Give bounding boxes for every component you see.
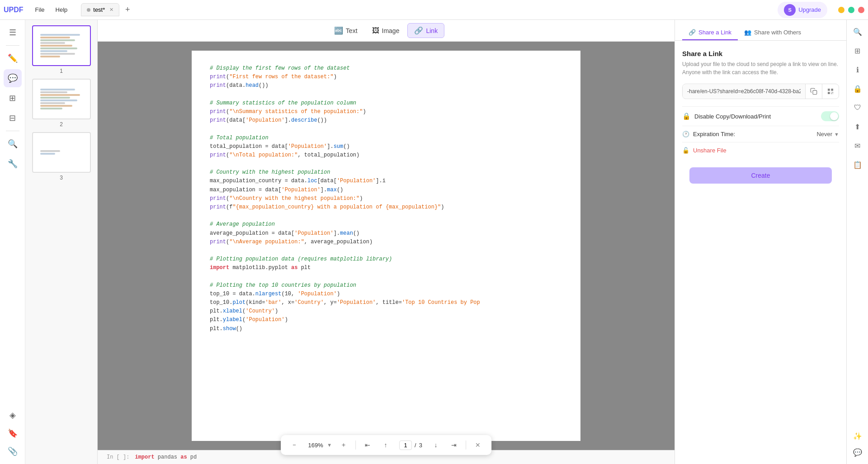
next-page-button[interactable]: ↓ [429, 439, 442, 451]
code-line-8 [210, 125, 562, 133]
zoom-in-button[interactable]: ＋ [337, 439, 350, 451]
sidebar-icon-edit[interactable]: ✏️ [4, 49, 22, 67]
zoom-out-button[interactable]: － [288, 439, 301, 451]
tab-close-button[interactable]: ✕ [109, 7, 113, 13]
image-toolbar-icon: 🖼 [372, 27, 379, 35]
copy-link-button[interactable] [805, 84, 822, 99]
link-toolbar-icon: 🔗 [414, 26, 423, 35]
share-link-icon: 🔗 [689, 29, 696, 36]
new-tab-button[interactable]: + [121, 4, 134, 16]
disable-copy-label: 🔒 Disable Copy/Download/Print [682, 112, 771, 120]
sidebar-icon-tools[interactable]: 🔧 [4, 155, 22, 173]
code-line-10: total_population = data['Population'].su… [210, 142, 562, 151]
rs-mail-icon[interactable]: ✉ [849, 137, 866, 154]
sidebar-icon-bookmark[interactable]: 🔖 [4, 424, 22, 442]
sidebar-icon-attach[interactable]: 📎 [4, 442, 22, 460]
tab-label: test* [93, 6, 105, 13]
chevron-down-icon: ▼ [834, 132, 839, 137]
code-line-14: max_population_country = data.loc[data['… [210, 177, 562, 185]
sidebar-icon-ocr[interactable]: 🔍 [4, 135, 22, 153]
top-toolbar: 🔤 Text 🖼 Image 🔗 Link [98, 20, 675, 42]
rs-info-icon[interactable]: ℹ [849, 62, 866, 78]
sidebar-icon-pages[interactable]: ☰ [4, 24, 22, 42]
lock-icon: 🔒 [682, 112, 691, 120]
unshare-row: 🔓 Unshare File [682, 142, 839, 158]
expiration-dropdown[interactable]: Never ▼ [816, 131, 839, 137]
rs-magic-icon[interactable]: ✨ [849, 428, 866, 444]
text-toolbar-icon: 🔤 [334, 26, 343, 35]
zoom-value: 169% [306, 442, 325, 449]
expiration-label: 🕐 Expiration Time: [682, 131, 735, 137]
tab-test[interactable]: test* ✕ [81, 3, 119, 16]
minimize-button[interactable] [838, 7, 844, 13]
maximize-button[interactable] [848, 7, 854, 13]
page-separator: / [415, 442, 416, 449]
expiration-value: Never [816, 131, 832, 137]
qr-code-button[interactable] [822, 84, 839, 99]
code-line-7: print(data['Population'].describe()) [210, 116, 562, 125]
code-line-23: # Plotting population data (requires mat… [210, 255, 562, 264]
code-line-25 [210, 273, 562, 281]
code-line-19: # Average population [210, 220, 562, 229]
sidebar-icon-layers[interactable]: ◈ [4, 406, 22, 424]
toolbar-text-button[interactable]: 🔤 Text [328, 24, 364, 38]
thumb-num-3: 3 [60, 175, 63, 181]
window-controls [838, 7, 864, 13]
code-line-9: # Total population [210, 134, 562, 142]
share-section-title: Share a Link [682, 50, 839, 57]
thumbnail-1[interactable]: 1 [29, 25, 94, 74]
file-menu[interactable]: File [31, 5, 49, 15]
title-bar-right: S Upgrade [778, 2, 864, 18]
sidebar-icon-organize[interactable]: ⊟ [4, 109, 22, 127]
share-panel-tabs: 🔗 Share a Link 👥 Share with Others [675, 20, 846, 41]
rs-edit-icon[interactable]: 📋 [849, 156, 866, 173]
zoom-control: 169% ▼ [306, 442, 332, 449]
close-nav-button[interactable]: ✕ [472, 439, 484, 451]
toolbar-link-button[interactable]: 🔗 Link [407, 23, 444, 38]
page-input[interactable] [399, 440, 412, 450]
thumbnail-2[interactable]: 2 [29, 79, 94, 128]
disable-copy-toggle[interactable] [821, 111, 839, 121]
close-button[interactable] [858, 7, 864, 13]
last-page-button[interactable]: ⇥ [448, 439, 460, 451]
rs-pages-icon[interactable]: ⊞ [849, 43, 866, 59]
code-line-17: print(f"{max_population_country} with a … [210, 203, 562, 212]
create-button[interactable]: Create [689, 167, 832, 184]
document-page: # Display the first few rows of the data… [192, 51, 580, 441]
sidebar-icon-comment[interactable]: 💬 [4, 69, 22, 87]
code-line-5: # Summary statistics of the population c… [210, 99, 562, 108]
upgrade-button[interactable]: S Upgrade [778, 2, 827, 18]
thumbnail-3[interactable]: 3 [29, 132, 94, 181]
code-line-1: # Display the first few rows of the data… [210, 64, 562, 73]
nav-separator-1 [355, 440, 356, 450]
help-menu[interactable]: Help [51, 5, 72, 15]
right-sidebar: 🔍 ⊞ ℹ 🔒 🛡 ⬆ ✉ 📋 ✨ 💬 [846, 20, 868, 464]
prev-page-button[interactable]: ↑ [379, 439, 392, 451]
rs-lock-icon[interactable]: 🔒 [849, 80, 866, 97]
unshare-button[interactable]: 🔓 Unshare File [682, 147, 839, 154]
sidebar-divider-1 [6, 45, 19, 46]
user-avatar: S [784, 4, 796, 16]
code-line-21: print("\nAverage population:", average_p… [210, 238, 562, 246]
unshare-icon: 🔓 [682, 147, 689, 154]
rs-search-icon[interactable]: 🔍 [849, 24, 866, 40]
code-line-18 [210, 212, 562, 220]
code-line-13: # Country with the highest population [210, 168, 562, 177]
tab-share-others[interactable]: 👥 Share with Others [738, 25, 807, 40]
tab-share-link[interactable]: 🔗 Share a Link [682, 25, 738, 40]
thumb-img-2 [32, 79, 91, 119]
rs-protect-icon[interactable]: 🛡 [849, 99, 866, 116]
unshare-label: Unshare File [693, 147, 726, 154]
code-line-11: print("\nTotal population:", total_popul… [210, 151, 562, 160]
menu-bar: File Help [31, 5, 72, 15]
rs-chat-icon[interactable]: 💬 [849, 444, 866, 460]
first-page-button[interactable]: ⇤ [361, 439, 374, 451]
sidebar-icon-view[interactable]: ⊞ [4, 89, 22, 107]
tab-bar: test* ✕ + [81, 3, 134, 16]
rs-upload-icon[interactable]: ⬆ [849, 118, 866, 135]
zoom-dropdown-icon[interactable]: ▼ [327, 442, 332, 448]
nav-separator-2 [466, 440, 466, 450]
link-input[interactable] [683, 85, 805, 98]
disable-copy-row: 🔒 Disable Copy/Download/Print [682, 106, 839, 126]
toolbar-image-button[interactable]: 🖼 Image [366, 24, 406, 38]
